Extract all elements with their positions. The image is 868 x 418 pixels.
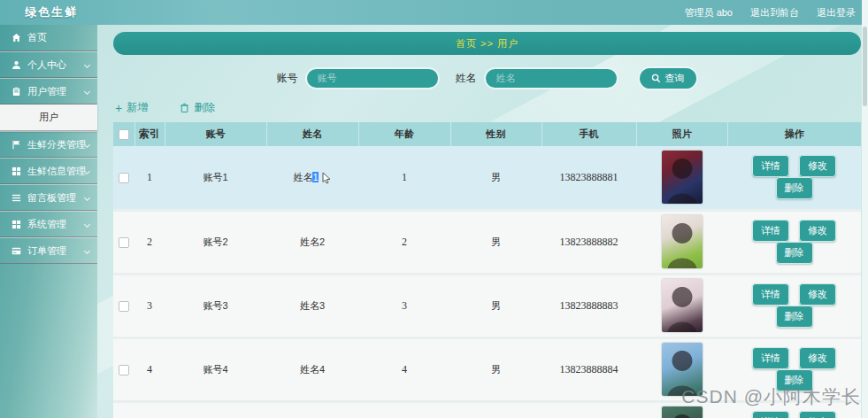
user-photo: [662, 343, 703, 396]
scrollbar[interactable]: [862, 0, 868, 418]
sidebar-item-system-mgmt[interactable]: 系统管理: [0, 211, 97, 237]
cell-phone: 13823888884: [542, 337, 636, 401]
query-button-label: 查询: [665, 72, 685, 85]
cell-index: 1: [134, 146, 165, 210]
cell-name: 姓名2: [266, 210, 358, 274]
col-header-index: 索引: [134, 122, 165, 146]
cell-phone: 13823888885: [542, 401, 636, 418]
table-row: 1 账号1 姓名1 1 男 13823888881 详情 修改 删除: [113, 146, 861, 210]
search-icon: [651, 74, 661, 83]
detail-button[interactable]: 详情: [752, 220, 789, 242]
edit-button[interactable]: 修改: [799, 220, 836, 242]
col-header-phone: 手机: [542, 122, 636, 146]
account-label: 账号: [277, 71, 298, 86]
sidebar-item-fresh-category-mgmt[interactable]: 生鲜分类管理: [0, 131, 97, 158]
users-table: 索引 账号 姓名 年龄 性别 手机 照片 操作 1 账号1 姓名1: [113, 122, 861, 418]
table-toolbar: + 新增 删除: [115, 100, 868, 115]
cell-gender: 男: [450, 146, 542, 210]
name-label: 姓名: [456, 71, 477, 86]
row-checkbox[interactable]: [119, 173, 129, 183]
edit-button[interactable]: 修改: [799, 411, 836, 418]
user-photo: [662, 279, 703, 332]
row-checkbox[interactable]: [119, 237, 129, 248]
topbar: 绿色生鲜 管理员 abo 退出到前台 退出登录: [0, 0, 868, 25]
table-row: 5 账号5 姓名5 5 男 13823888885 详情 修改 删除: [113, 401, 861, 418]
cell-name: 姓名3: [266, 274, 358, 337]
home-icon: [12, 33, 21, 43]
query-button[interactable]: 查询: [638, 66, 698, 90]
table-header-row: 索引 账号 姓名 年龄 性别 手机 照片 操作: [113, 122, 861, 146]
detail-button[interactable]: 详情: [752, 155, 789, 177]
sidebar-item-label: 留言板管理: [27, 191, 76, 205]
sidebar-item-label: 订单管理: [27, 244, 66, 258]
cell-phone: 13823888883: [542, 274, 636, 337]
card-icon: [12, 246, 21, 256]
account-input[interactable]: [305, 67, 440, 89]
exit-to-front-link[interactable]: 退出到前台: [750, 6, 799, 19]
detail-button[interactable]: 详情: [752, 347, 789, 369]
edit-button[interactable]: 修改: [799, 155, 836, 177]
name-input[interactable]: [484, 67, 618, 89]
chevron-down-icon: [84, 195, 90, 201]
grid-icon: [12, 220, 21, 229]
col-header-gender: 性别: [450, 122, 542, 146]
mouse-cursor-icon: [322, 172, 332, 184]
delete-row-button[interactable]: 删除: [776, 242, 813, 264]
cell-gender: 男: [450, 337, 542, 401]
cell-account: 账号2: [165, 210, 266, 274]
row-checkbox[interactable]: [119, 301, 129, 312]
table-row: 2 账号2 姓名2 2 男 13823888882 详情 修改 删除: [113, 210, 861, 274]
add-button-label: 新增: [127, 100, 148, 115]
cell-index: 5: [134, 401, 165, 418]
grid-icon: [12, 166, 21, 176]
sidebar-item-user-mgmt[interactable]: 用户管理: [0, 78, 97, 104]
col-header-name: 姓名: [266, 122, 358, 146]
sidebar-subitem-users-active[interactable]: 用户: [0, 104, 97, 131]
users-table-wrap: 索引 账号 姓名 年龄 性别 手机 照片 操作 1 账号1 姓名1: [113, 122, 861, 418]
sidebar-item-order-mgmt[interactable]: 订单管理: [0, 237, 97, 264]
col-header-age: 年龄: [358, 122, 450, 146]
detail-button[interactable]: 详情: [752, 411, 789, 418]
select-all-checkbox[interactable]: [119, 129, 129, 140]
detail-button[interactable]: 详情: [752, 283, 789, 306]
cell-gender: 男: [450, 274, 542, 337]
brand-logo: 绿色生鲜: [25, 4, 78, 20]
col-header-photo: 照片: [636, 122, 727, 146]
edit-button[interactable]: 修改: [799, 283, 836, 306]
cell-age: 4: [358, 337, 450, 401]
chevron-down-icon: [84, 248, 90, 254]
sidebar-item-label: 首页: [27, 31, 47, 44]
topbar-right: 管理员 abo 退出到前台 退出登录: [685, 6, 868, 19]
scrollbar-thumb[interactable]: [863, 27, 867, 106]
cell-age: 2: [358, 210, 450, 274]
delete-row-button[interactable]: 删除: [776, 306, 813, 328]
chevron-down-icon: [84, 221, 90, 228]
chevron-down-icon: [84, 62, 90, 68]
add-button[interactable]: + 新增: [115, 100, 148, 115]
cell-phone: 13823888882: [542, 210, 636, 274]
sidebar-item-profile[interactable]: 个人中心: [0, 51, 97, 78]
main-content: 首页 >> 用户 账号 姓名 查询 + 新增 删除: [97, 25, 868, 418]
delete-button[interactable]: 删除: [180, 100, 215, 115]
cell-index: 3: [134, 274, 165, 337]
edit-button[interactable]: 修改: [799, 347, 836, 369]
cell-index: 4: [134, 337, 165, 401]
table-row: 4 账号4 姓名4 4 男 13823888884 详情 修改 删除: [113, 337, 861, 401]
delete-row-button[interactable]: 删除: [776, 177, 813, 199]
sidebar-item-home[interactable]: 首页: [0, 25, 97, 51]
logout-link[interactable]: 退出登录: [817, 6, 856, 19]
table-row: 3 账号3 姓名3 3 男 13823888883 详情 修改 删除: [113, 274, 861, 337]
sidebar-item-label: 个人中心: [27, 58, 66, 72]
cell-name: 姓名5: [266, 401, 358, 418]
cell-phone: 13823888881: [542, 146, 636, 210]
row-checkbox[interactable]: [119, 365, 129, 375]
cell-account: 账号5: [165, 401, 266, 418]
sidebar: 首页 个人中心 用户管理 用户 生鲜分类管理 生鲜信息管理 留言板管理: [0, 25, 97, 418]
text-selection: 1: [312, 172, 318, 182]
cell-account: 账号4: [165, 337, 266, 401]
delete-row-button[interactable]: 删除: [776, 369, 813, 391]
sidebar-item-message-board-mgmt[interactable]: 留言板管理: [0, 184, 97, 211]
sidebar-item-fresh-info-mgmt[interactable]: 生鲜信息管理: [0, 158, 97, 184]
sidebar-item-label: 系统管理: [27, 218, 66, 231]
cell-gender: 男: [450, 210, 542, 274]
